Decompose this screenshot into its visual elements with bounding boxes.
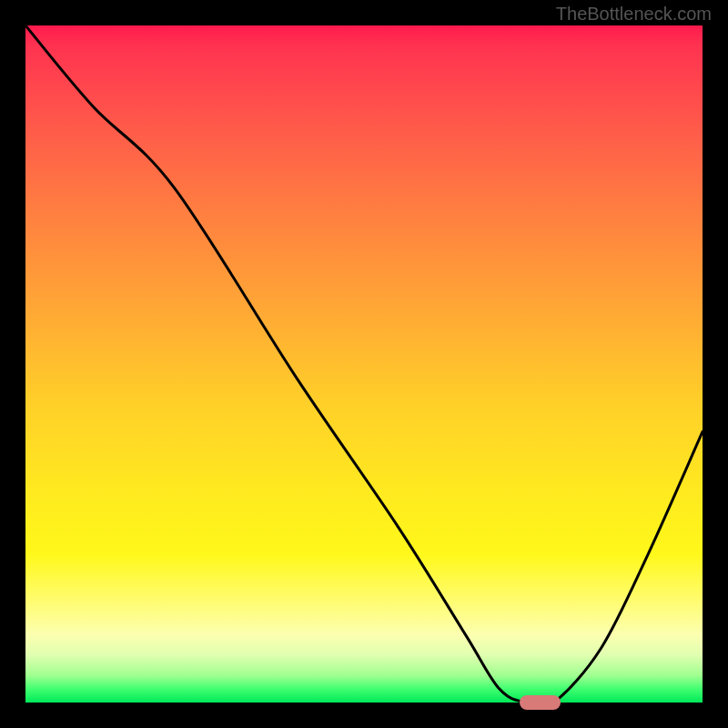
chart-plot-area: [25, 25, 703, 703]
sweet-spot-marker: [520, 695, 561, 710]
bottleneck-curve: [25, 25, 703, 703]
watermark-text: TheBottleneck.com: [556, 4, 712, 25]
